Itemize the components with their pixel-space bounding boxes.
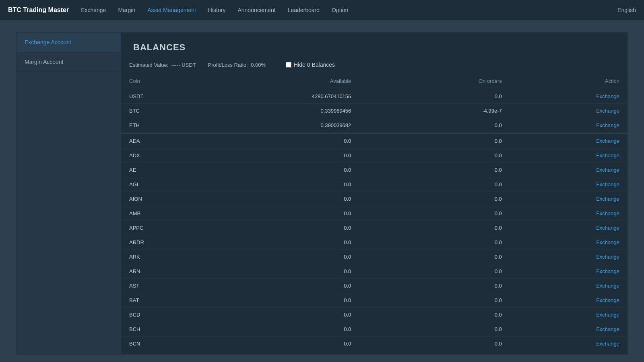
table-row: ARDR0.00.0Exchange (121, 235, 627, 249)
action-cell: Exchange (534, 118, 627, 133)
table-row: AION0.00.0Exchange (121, 191, 627, 206)
sidebar-item-margin-account[interactable]: Margin Account (17, 52, 121, 72)
action-cell: Exchange (534, 307, 627, 322)
hide-zero-balances[interactable]: Hide 0 Balances (286, 62, 335, 68)
on-orders-cell: 0.0 (383, 89, 534, 104)
table-row: ADA0.00.0Exchange (121, 134, 627, 148)
navbar: BTC Trading Master ExchangeMarginAsset M… (0, 0, 644, 20)
table-row: ARN0.00.0Exchange (121, 264, 627, 278)
nav-link-option[interactable]: Option (332, 7, 348, 13)
table-header: Coin Available On orders Action (121, 73, 627, 89)
available-cell: 0.0 (194, 336, 383, 351)
available-cell: 0.0 (194, 293, 383, 307)
available-cell: 0.0 (194, 235, 383, 249)
on-orders-cell: 0.0 (383, 206, 534, 220)
sidebar: Exchange AccountMargin Account (17, 33, 121, 354)
action-cell: Exchange (534, 278, 627, 293)
exchange-link[interactable]: Exchange (596, 122, 619, 128)
exchange-link[interactable]: Exchange (596, 225, 619, 231)
exchange-link[interactable]: Exchange (596, 138, 619, 144)
nav-link-history[interactable]: History (208, 7, 226, 13)
sidebar-item-exchange-account[interactable]: Exchange Account (17, 33, 121, 52)
on-orders-cell: 0.0 (383, 118, 534, 133)
available-cell: 0.0 (194, 148, 383, 162)
on-orders-cell: -4.99e-7 (383, 104, 534, 118)
coin-cell: ARN (121, 264, 194, 278)
coin-cell: AGI (121, 177, 194, 191)
action-cell: Exchange (534, 177, 627, 191)
action-cell: Exchange (534, 249, 627, 264)
available-cell: 0.0 (194, 264, 383, 278)
table-row: BCH0.00.0Exchange (121, 322, 627, 336)
action-cell: Exchange (534, 89, 627, 104)
available-cell: 0.0 (194, 134, 383, 148)
table-row: BCN0.00.0Exchange (121, 336, 627, 351)
exchange-link[interactable]: Exchange (596, 181, 619, 187)
coin-cell: AST (121, 278, 194, 293)
action-cell: Exchange (534, 104, 627, 118)
coin-cell: APPC (121, 220, 194, 235)
nav-link-margin[interactable]: Margin (118, 7, 135, 13)
table-row: BTC0.339969456-4.99e-7Exchange (121, 104, 627, 118)
exchange-link[interactable]: Exchange (596, 196, 619, 202)
exchange-link[interactable]: Exchange (596, 297, 619, 303)
coin-cell: ADX (121, 148, 194, 162)
on-orders-cell: 0.0 (383, 235, 534, 249)
available-cell: 0.339969456 (194, 104, 383, 118)
exchange-link[interactable]: Exchange (596, 93, 619, 99)
coin-cell: ARK (121, 249, 194, 264)
exchange-link[interactable]: Exchange (596, 108, 619, 114)
language-selector[interactable]: English (617, 7, 636, 13)
exchange-link[interactable]: Exchange (596, 210, 619, 216)
on-orders-cell: 0.0 (383, 307, 534, 322)
exchange-link[interactable]: Exchange (596, 326, 619, 332)
table-row: USDT4280.6704101560.0Exchange (121, 89, 627, 104)
nav-link-exchange[interactable]: Exchange (81, 7, 106, 13)
coin-cell: BTC (121, 104, 194, 118)
exchange-link[interactable]: Exchange (596, 239, 619, 245)
on-orders-cell: 0.0 (383, 177, 534, 191)
table-row: APPC0.00.0Exchange (121, 220, 627, 235)
table-row: AGI0.00.0Exchange (121, 177, 627, 191)
exchange-link[interactable]: Exchange (596, 152, 619, 158)
col-available: Available (194, 73, 383, 89)
nav-link-leaderboard[interactable]: Leaderboard (288, 7, 320, 13)
table-row: BCD0.00.0Exchange (121, 307, 627, 322)
col-action: Action (534, 73, 627, 89)
on-orders-cell: 0.0 (383, 264, 534, 278)
exchange-link[interactable]: Exchange (596, 341, 619, 347)
estimated-value-label: Estimated Value: ----- USDT (129, 62, 196, 68)
on-orders-cell: 0.0 (383, 148, 534, 162)
coin-cell: BCD (121, 307, 194, 322)
balance-table: Coin Available On orders Action USDT4280… (121, 73, 627, 351)
exchange-link[interactable]: Exchange (596, 268, 619, 274)
on-orders-cell: 0.0 (383, 293, 534, 307)
hide-zero-checkbox[interactable] (286, 62, 291, 68)
exchange-link[interactable]: Exchange (596, 312, 619, 318)
exchange-link[interactable]: Exchange (596, 254, 619, 260)
col-coin: Coin (121, 73, 194, 89)
on-orders-cell: 0.0 (383, 249, 534, 264)
action-cell: Exchange (534, 336, 627, 351)
available-cell: 0.390039682 (194, 118, 383, 133)
coin-cell: BCH (121, 322, 194, 336)
coin-cell: ARDR (121, 235, 194, 249)
coin-cell: AE (121, 162, 194, 177)
coin-cell: USDT (121, 89, 194, 104)
exchange-link[interactable]: Exchange (596, 283, 619, 289)
page-title: BALANCES (133, 42, 615, 53)
nav-link-announcement[interactable]: Announcement (237, 7, 275, 13)
available-cell: 0.0 (194, 322, 383, 336)
action-cell: Exchange (534, 162, 627, 177)
exchange-link[interactable]: Exchange (596, 167, 619, 173)
action-cell: Exchange (534, 206, 627, 220)
on-orders-cell: 0.0 (383, 191, 534, 206)
nav-link-asset-management[interactable]: Asset Management (147, 7, 196, 13)
action-cell: Exchange (534, 322, 627, 336)
available-cell: 0.0 (194, 191, 383, 206)
hide-zero-label: Hide 0 Balances (294, 62, 335, 68)
action-cell: Exchange (534, 264, 627, 278)
coin-cell: ETH (121, 118, 194, 133)
on-orders-cell: 0.0 (383, 322, 534, 336)
available-cell: 0.0 (194, 206, 383, 220)
